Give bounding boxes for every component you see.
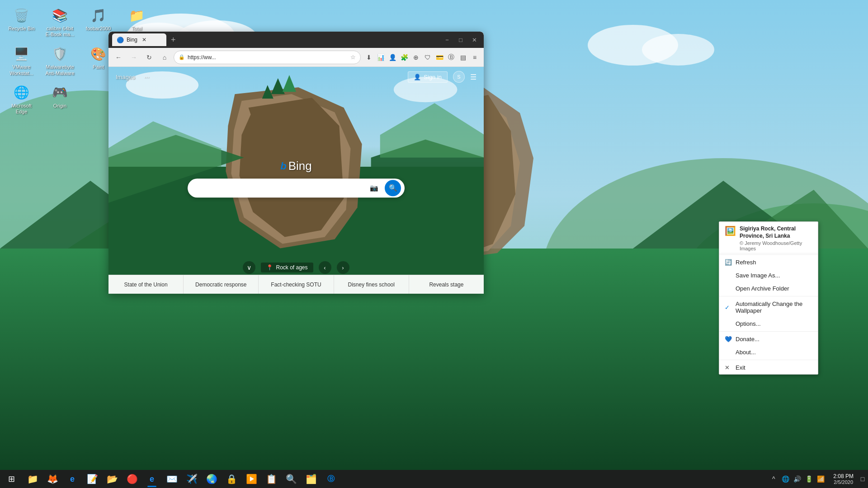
tray-show-hidden[interactable]: ^ [768, 470, 779, 488]
url-display: https://ww... [188, 54, 348, 61]
addon-icon[interactable]: ⊕ [410, 52, 421, 63]
forward-button[interactable]: → [127, 51, 140, 64]
sign-in-text: Sign in [424, 74, 442, 80]
next-image-button[interactable]: › [337, 261, 349, 274]
location-text: Rock of ages [276, 264, 307, 271]
start-button[interactable]: ⊞ [0, 470, 23, 488]
taskbar: ⊞ 📁 🦊 e 📝 📂 🔴 e ✉️ ✈️ 🌏 🔒 ▶️ 📋 🔍 🗂️ Ⓑ ^ … [0, 470, 868, 488]
wallet-icon[interactable]: 💳 [434, 52, 445, 63]
bing-settings-icon[interactable]: ☰ [470, 73, 476, 81]
home-button[interactable]: ⌂ [158, 51, 171, 64]
search-submit-button[interactable]: 🔍 [385, 180, 401, 196]
minimize-button[interactable]: − [441, 34, 453, 46]
reload-button[interactable]: ↻ [143, 51, 156, 64]
close-button[interactable]: ✕ [468, 34, 480, 46]
tray-volume[interactable]: 🔊 [792, 470, 802, 488]
context-donate[interactable]: 💙 Donate... [719, 333, 818, 346]
taskbar-file-explorer[interactable]: 📁 [23, 470, 42, 488]
taskbar-mail[interactable]: ✉️ [162, 470, 182, 488]
news-item-disney-fines[interactable]: Disney fines school [334, 275, 409, 294]
news-item-state-of-union[interactable]: State of the Union [108, 275, 184, 294]
back-button[interactable]: ← [112, 51, 125, 64]
taskbar-edge[interactable]: e [142, 470, 162, 488]
malwarebytes-icon: 🛡️ [51, 45, 69, 63]
taskbar-folder[interactable]: 📂 [102, 470, 122, 488]
tab-close-button[interactable]: ✕ [142, 37, 146, 43]
image-search-button[interactable]: 📷 [367, 181, 381, 195]
address-bar[interactable]: 🔒 https://ww... ☆ [174, 51, 361, 64]
favorites-icon[interactable]: 📊 [375, 52, 386, 63]
system-tray: ^ 🌐 🔊 🔋 📶 [764, 470, 830, 488]
desktop-icon-vmware[interactable]: 🖥️ VMware Workstat... [5, 43, 38, 78]
taskbar-bing[interactable]: Ⓑ [321, 470, 341, 488]
taskbar-icon-red[interactable]: 🔴 [122, 470, 142, 488]
news-item-reveals-stage[interactable]: Reveals stage [409, 275, 484, 294]
browser-tab-bing[interactable]: 🔵 Bing ✕ [112, 33, 166, 46]
extensions-icon[interactable]: 🧩 [399, 52, 410, 63]
bing-images-link[interactable]: Images [116, 74, 135, 80]
clock-area[interactable]: 2:08 PM 2/5/2020 [830, 473, 857, 485]
star-icon[interactable]: ☆ [350, 54, 356, 61]
history-icon[interactable]: 👤 [387, 52, 398, 63]
news-item-fact-checking[interactable]: Fact-checking SOTU [259, 275, 334, 294]
taskbar-browser2[interactable]: 🌏 [202, 470, 222, 488]
new-tab-button[interactable]: + [168, 36, 179, 44]
context-options[interactable]: Options... [719, 317, 818, 330]
context-about[interactable]: About... [719, 346, 818, 359]
tray-network[interactable]: 🌐 [780, 470, 791, 488]
calibre-label: calibre 64bit E-Book ma... [45, 26, 75, 38]
search-input[interactable] [195, 184, 363, 192]
bing-more-button[interactable]: ··· [144, 73, 150, 80]
foobar-label: foobar2000 [86, 26, 111, 32]
malwarebytes-label: Malwarebyte Anti-Malware [45, 64, 75, 76]
tray-battery[interactable]: 🔋 [803, 470, 814, 488]
taskbar-ie[interactable]: e [62, 470, 82, 488]
bing-nav-right: 👤 Sign in S ☰ [408, 71, 476, 83]
taskbar-firefox[interactable]: 🦊 [42, 470, 62, 488]
context-exit[interactable]: ✕ Exit [719, 361, 818, 374]
notification-button[interactable]: □ [857, 470, 868, 488]
sign-in-icon: 👤 [414, 74, 421, 80]
taskbar-search[interactable]: 🔍 [281, 470, 301, 488]
expand-button[interactable]: ∨ [243, 261, 255, 274]
desktop-icon-ms-edge[interactable]: 🌐 Microsoft Edge [5, 82, 38, 117]
calibre-icon: 📚 [51, 6, 69, 24]
prev-image-button[interactable]: ‹ [319, 261, 331, 274]
bing-icon[interactable]: Ⓑ [446, 52, 457, 63]
taskbar-files[interactable]: 🗂️ [301, 470, 321, 488]
taskbar-lock[interactable]: 🔒 [222, 470, 241, 488]
search-box: 📷 🔍 [188, 178, 405, 197]
download-icon[interactable]: ⬇ [363, 52, 374, 63]
collections-icon[interactable]: ▤ [458, 52, 468, 63]
news-state-of-union-text: State of the Union [124, 282, 168, 288]
bing-rewards-badge[interactable]: S [453, 71, 465, 83]
desktop-icon-origin[interactable]: 🎮 Origin [43, 82, 77, 117]
context-open-archive[interactable]: Open Archive Folder [719, 282, 818, 295]
news-item-democratic-response[interactable]: Democratic response [184, 275, 259, 294]
donate-icon: 💙 [725, 336, 732, 343]
desktop-icon-calibre[interactable]: 📚 calibre 64bit E-Book ma... [43, 5, 77, 39]
origin-label: Origin [53, 103, 66, 109]
taskbar-clipboard[interactable]: 📋 [261, 470, 281, 488]
browser-window: 🔵 Bing ✕ + − □ ✕ ← → ↻ ⌂ 🔒 https://ww...… [108, 32, 484, 294]
context-refresh[interactable]: 🔄 Refresh [719, 256, 818, 269]
shield-icon[interactable]: 🛡 [422, 52, 433, 63]
menu-icon[interactable]: ≡ [469, 52, 480, 63]
desktop-icon-recycle-bin[interactable]: 🗑️ Recycle Bin [5, 5, 38, 39]
context-save-image[interactable]: Save Image As... [719, 269, 818, 282]
paint-label: Paint [93, 64, 104, 70]
bing-topnav: Images ··· 👤 Sign in S ☰ [108, 67, 484, 87]
tray-wifi[interactable]: 📶 [815, 470, 826, 488]
desktop-icon-malwarebytes[interactable]: 🛡️ Malwarebyte Anti-Malware [43, 43, 77, 78]
bing-sign-in-button[interactable]: 👤 Sign in [408, 71, 448, 83]
context-auto-wallpaper-label: Automatically Change the Wallpaper [736, 300, 812, 314]
taskbar-telegram[interactable]: ✈️ [182, 470, 202, 488]
context-options-label: Options... [736, 320, 812, 327]
bing-logo: b Bing [280, 159, 312, 173]
refresh-icon: 🔄 [725, 259, 732, 266]
bing-logo-b: b [280, 160, 286, 172]
maximize-button[interactable]: □ [455, 34, 467, 46]
context-auto-wallpaper[interactable]: ✓ Automatically Change the Wallpaper [719, 297, 818, 317]
taskbar-word[interactable]: 📝 [82, 470, 102, 488]
taskbar-media[interactable]: ▶️ [241, 470, 261, 488]
